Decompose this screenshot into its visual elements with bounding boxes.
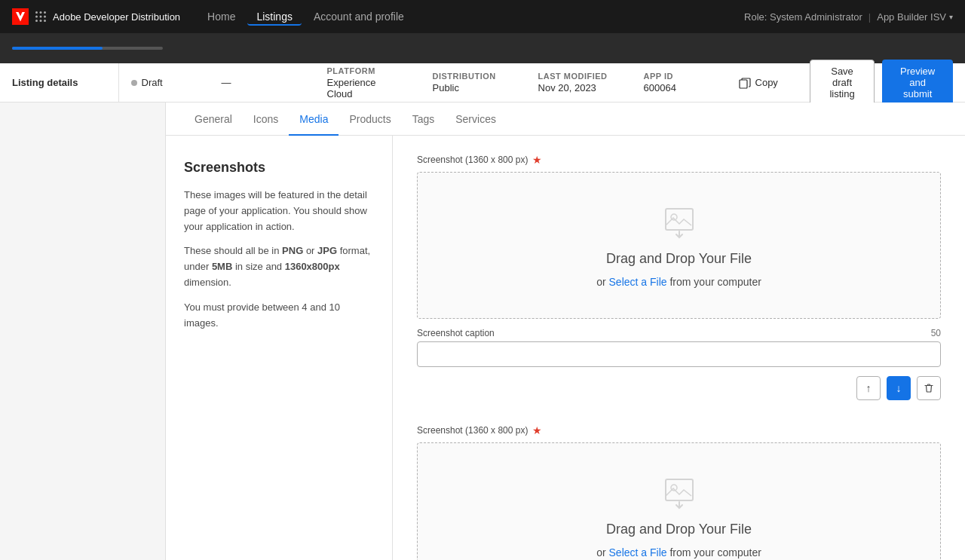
screenshot-1-label: Screenshot (1360 x 800 px) ★ [417,154,941,166]
upload-icon-1 [660,203,699,242]
save-draft-button[interactable]: Save draft listing [810,60,875,106]
content-wrapper: Screenshots These images will be feature… [166,136,965,560]
tab-icons[interactable]: Icons [243,103,289,136]
select-file-link-2[interactable]: Select a File [609,546,667,558]
screenshot-block-2: Screenshot (1360 x 800 px) ★ Drag and Dr… [417,424,941,560]
tabs-bar: General Icons Media Products Tags Servic… [166,103,965,136]
section-desc-1: These images will be featured in the det… [184,188,374,234]
grid-icon [35,11,47,23]
progress-fill [12,47,103,50]
nav-links: Home Listings Account and profile [198,8,413,26]
required-star-2: ★ [532,424,542,436]
copy-button[interactable]: Copy [731,72,786,93]
distribution-value: Public [433,82,508,93]
platform-value: Experience Cloud [327,77,403,99]
sidebar [0,103,166,560]
distribution-label: DISTRIBUTION [433,72,508,81]
app-id-label: APP ID [644,72,719,81]
svg-point-4 [35,16,38,18]
section-desc-3: You must provide between 4 and 10 images… [184,300,374,332]
drop-sub-prefix-2: or [596,546,608,558]
drop-zone-1-sub: or Select a File from your computer [596,276,761,288]
right-panel: General Icons Media Products Tags Servic… [166,103,965,560]
chevron-down-icon: ▾ [949,13,953,21]
move-up-button-1[interactable]: ↑ [856,376,881,400]
app-id-col: APP ID 600064 [644,72,719,93]
tab-media[interactable]: Media [289,103,339,136]
status-dot-icon [131,80,137,86]
last-modified-value: Nov 20, 2023 [538,82,614,93]
tab-tags[interactable]: Tags [402,103,446,136]
role-label: Role: System Administrator [744,11,862,23]
svg-point-5 [40,16,42,18]
top-navigation: Adobe Developer Distribution Home Listin… [0,0,965,33]
required-star-1: ★ [532,154,542,166]
copy-label: Copy [755,77,778,88]
status-meta: Draft — PLATFORM Experience Cloud DISTRI… [119,66,798,99]
app-id-value: 600064 [644,82,719,93]
description-column: Screenshots These images will be feature… [166,136,392,560]
drop-zone-2-sub: or Select a File from your computer [596,546,761,558]
tab-services[interactable]: Services [445,103,507,136]
caption-row-1: Screenshot caption 50 [417,328,941,367]
section-desc-2: These should all be in PNG or JPG format… [184,243,374,290]
logo: Adobe Developer Distribution [12,8,180,25]
svg-point-9 [44,20,46,22]
sidebar-listing-details [0,103,165,130]
svg-point-7 [35,20,38,22]
nav-listings[interactable]: Listings [247,8,301,26]
svg-point-6 [44,16,46,18]
copy-section: Copy [731,72,786,93]
select-file-link-1[interactable]: Select a File [609,276,667,288]
tab-general[interactable]: General [184,103,243,136]
screenshot-1-label-text: Screenshot (1360 x 800 px) [417,155,528,165]
distribution-col: DISTRIBUTION Public [433,72,508,93]
svg-point-2 [40,11,42,14]
section-title: Screenshots [184,160,374,176]
user-name: App Builder ISV [877,11,946,23]
svg-rect-11 [666,209,693,230]
listing-details-text: Listing details [12,77,78,88]
caption-label-row-1: Screenshot caption 50 [417,328,941,338]
down-arrow-icon-1: ↓ [896,382,902,394]
app-id-text: 600064 [644,82,676,93]
preview-submit-button[interactable]: Preview and submit [882,60,953,106]
status-value: Draft [131,77,207,88]
caption-label-1: Screenshot caption [417,328,495,338]
platform-label: PLATFORM [327,66,403,75]
drop-zone-2-text: Drag and Drop Your File [606,522,752,537]
progress-track [12,47,163,50]
nav-account[interactable]: Account and profile [305,8,413,26]
drop-zone-1-text: Drag and Drop Your File [606,251,752,267]
upload-icon-2 [660,473,699,513]
progress-bar-section [0,33,965,63]
last-modified-label: LAST MODIFIED [538,72,614,81]
copy-icon [739,77,751,89]
status-bar: Listing details Draft — PLATFORM Experie… [0,63,965,103]
up-arrow-icon-1: ↑ [866,382,872,394]
caption-count-1: 50 [931,328,941,338]
drop-zone-2[interactable]: Drag and Drop Your File or Select a File… [417,442,941,560]
listing-details-label: Listing details [0,63,119,102]
svg-point-1 [35,11,38,14]
drop-sub-suffix-2: from your computer [667,546,761,558]
top-nav-left: Adobe Developer Distribution Home Listin… [12,8,413,26]
delete-button-1[interactable] [917,376,941,400]
nav-home[interactable]: Home [198,8,244,26]
user-menu[interactable]: App Builder ISV ▾ [877,11,953,23]
tab-products[interactable]: Products [339,103,401,136]
svg-rect-13 [666,479,693,500]
screenshot-2-label-text: Screenshot (1360 x 800 px) [417,425,528,436]
upload-column: Screenshot (1360 x 800 px) ★ Drag and Dr… [392,136,965,560]
nav-separator: | [868,11,871,23]
dash-text: — [222,77,231,88]
status-bar-actions: Save draft listing Preview and submit [798,60,965,106]
move-down-button-1[interactable]: ↓ [887,376,911,400]
last-modified-col: LAST MODIFIED Nov 20, 2023 [538,72,614,93]
drop-zone-1[interactable]: Drag and Drop Your File or Select a File… [417,172,941,319]
caption-input-1[interactable] [417,341,941,367]
screenshot-block-1: Screenshot (1360 x 800 px) ★ Drag and Dr… [417,154,941,400]
svg-rect-10 [740,80,747,88]
status-col: Draft [131,77,207,88]
trash-icon-1 [924,383,934,393]
